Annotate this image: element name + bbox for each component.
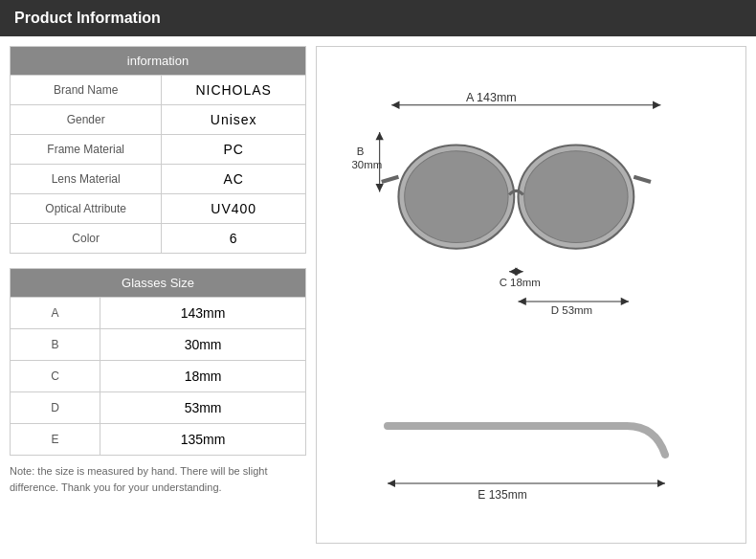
right-diagram-panel: A 143mm B 30mm bbox=[316, 46, 746, 544]
size-value: 143mm bbox=[100, 298, 306, 329]
size-value: 30mm bbox=[100, 329, 306, 361]
size-table-row: E 135mm bbox=[11, 424, 306, 456]
svg-point-10 bbox=[405, 151, 508, 243]
svg-text:C  18mm: C 18mm bbox=[500, 277, 541, 288]
size-table-row: A 143mm bbox=[11, 298, 306, 329]
info-table-row: Frame Material PC bbox=[11, 135, 306, 165]
info-table-header: information bbox=[11, 47, 306, 76]
size-label: B bbox=[11, 329, 100, 361]
svg-marker-2 bbox=[653, 101, 660, 109]
info-value: PC bbox=[162, 135, 306, 165]
info-label: Optical Attribute bbox=[11, 194, 162, 224]
size-label: C bbox=[11, 361, 100, 392]
svg-line-14 bbox=[634, 177, 651, 182]
info-value: NICHOLAS bbox=[162, 76, 306, 105]
svg-marker-24 bbox=[388, 480, 395, 487]
size-table-row: C 18mm bbox=[11, 361, 306, 392]
info-value: UV400 bbox=[162, 194, 306, 224]
size-table-row: D 53mm bbox=[11, 392, 306, 424]
svg-marker-17 bbox=[515, 268, 523, 276]
glasses-side-svg: E 135mm bbox=[326, 388, 736, 503]
info-value: AC bbox=[162, 165, 306, 194]
size-value: 18mm bbox=[100, 361, 306, 392]
info-table-row: Color 6 bbox=[11, 224, 306, 254]
svg-line-13 bbox=[382, 177, 399, 182]
note-text: Note: the size is measured by hand. Ther… bbox=[10, 463, 306, 495]
svg-marker-5 bbox=[376, 132, 384, 140]
size-table-header: Glasses Size bbox=[11, 269, 306, 298]
info-label: Brand Name bbox=[11, 76, 162, 105]
size-table-row: B 30mm bbox=[11, 329, 306, 361]
svg-marker-20 bbox=[518, 298, 525, 305]
glasses-front-svg: A 143mm B 30mm bbox=[326, 87, 736, 326]
glasses-front-diagram: A 143mm B 30mm bbox=[326, 87, 736, 326]
main-content: information Brand Name NICHOLAS Gender U… bbox=[0, 36, 756, 553]
info-label: Lens Material bbox=[11, 165, 162, 194]
size-value: 135mm bbox=[100, 424, 306, 456]
svg-text:B: B bbox=[357, 145, 365, 157]
info-value: 6 bbox=[162, 224, 306, 254]
svg-text:A  143mm: A 143mm bbox=[466, 91, 517, 104]
info-table-row: Optical Attribute UV400 bbox=[11, 194, 306, 224]
svg-marker-25 bbox=[657, 480, 665, 487]
info-label: Gender bbox=[11, 105, 162, 135]
svg-marker-6 bbox=[376, 184, 384, 191]
svg-marker-21 bbox=[621, 298, 629, 305]
page-header: Product Information bbox=[0, 0, 756, 36]
svg-text:30mm: 30mm bbox=[352, 159, 383, 170]
info-label: Frame Material bbox=[11, 135, 162, 165]
svg-text:D  53mm: D 53mm bbox=[551, 305, 592, 317]
size-label: D bbox=[11, 392, 100, 424]
size-label: A bbox=[11, 298, 100, 329]
size-label: E bbox=[11, 424, 100, 456]
glasses-side-diagram: E 135mm bbox=[326, 388, 736, 503]
svg-marker-1 bbox=[391, 101, 399, 109]
size-value: 53mm bbox=[100, 392, 306, 424]
info-table-row: Gender Unisex bbox=[11, 105, 306, 135]
info-table-row: Lens Material AC bbox=[11, 165, 306, 194]
info-value: Unisex bbox=[162, 105, 306, 135]
info-table-row: Brand Name NICHOLAS bbox=[11, 76, 306, 105]
svg-point-12 bbox=[524, 151, 628, 243]
page-title: Product Information bbox=[14, 10, 161, 26]
svg-text:E  135mm: E 135mm bbox=[478, 488, 526, 502]
info-label: Color bbox=[11, 224, 162, 254]
info-table: information Brand Name NICHOLAS Gender U… bbox=[10, 46, 306, 254]
left-panel: information Brand Name NICHOLAS Gender U… bbox=[10, 46, 306, 544]
size-table: Glasses Size A 143mm B 30mm C 18mm D 53m… bbox=[10, 268, 306, 456]
